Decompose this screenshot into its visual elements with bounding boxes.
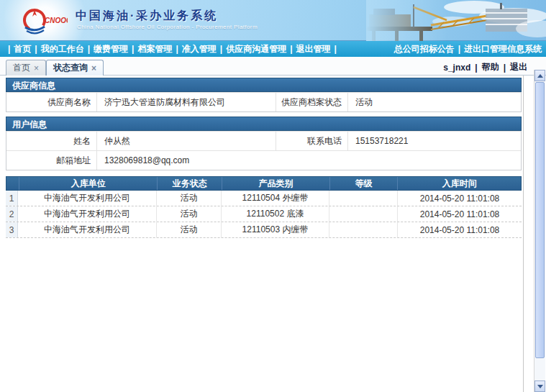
- nav-separator: |: [290, 44, 292, 54]
- user-phone-label: 联系电话: [276, 132, 348, 150]
- cell-grade: [329, 206, 398, 222]
- tab-home[interactable]: 首页 ×: [6, 60, 46, 76]
- logout-link[interactable]: 退出: [510, 61, 527, 73]
- cell-business-status: 活动: [157, 222, 222, 237]
- supplier-name-value: 济宁迅大管道防腐材料有限公司: [97, 93, 276, 111]
- nav-separator: |: [458, 44, 460, 54]
- cell-product-category: 12110502 底漆: [222, 206, 329, 222]
- col-rownum: [6, 177, 19, 190]
- nav-item-archives[interactable]: 档案管理: [137, 43, 172, 55]
- records-grid: 入库单位 业务状态 产品类别 等级 入库时间 1 中海油气开发利用公司 活动 1…: [6, 176, 522, 238]
- scrollbar-thumb[interactable]: [535, 82, 545, 358]
- nav-link-tender-notice[interactable]: 总公司招标公告: [394, 43, 455, 55]
- cell-grade: [329, 191, 398, 206]
- nav-separator: |: [88, 44, 90, 54]
- row-number: 2: [6, 206, 18, 222]
- user-separator: |: [475, 63, 477, 73]
- app-title: 中国海油·采办业务系统: [76, 9, 218, 24]
- cell-storage-unit: 中海油气开发利用公司: [18, 222, 157, 237]
- main-navbar: | 首页 | 我的工作台 | 缴费管理 | 档案管理 | 准入管理 | 供应商沟…: [0, 41, 546, 57]
- scroll-down-button[interactable]: [534, 380, 545, 392]
- tab-status-query[interactable]: 状态查询 ×: [46, 60, 104, 76]
- app-subtitle: China National Offshore Oil Corporation …: [77, 24, 258, 30]
- nav-item-workbench[interactable]: 我的工作台: [41, 43, 84, 55]
- user-email-value: 1328069818@qq.com: [97, 151, 521, 170]
- nav-separator: |: [220, 44, 222, 54]
- cell-storage-time: 2014-05-20 11:01:08: [398, 206, 522, 222]
- scroll-down-icon: [537, 385, 543, 388]
- user-phone-value: 15153718221: [348, 132, 521, 150]
- nav-separator: |: [35, 44, 37, 54]
- cell-storage-time: 2014-05-20 11:01:08: [398, 191, 522, 206]
- app-window: CNOOC 中国海油·采办业务系统 China National Offshor…: [0, 0, 546, 392]
- user-info-row-1: 姓名 仲从然 联系电话 15153718221: [6, 131, 521, 150]
- nav-separator: |: [176, 44, 178, 54]
- nav-item-admission[interactable]: 准入管理: [182, 43, 217, 55]
- nav-item-supplier-comm[interactable]: 供应商沟通管理: [226, 43, 286, 55]
- content-pane: 供应商信息 供应商名称 济宁迅大管道防腐材料有限公司 供应商档案状态 活动 用户…: [0, 76, 524, 392]
- record-row-3[interactable]: 3 中海油气开发利用公司 活动 12110503 内缠带 2014-05-20 …: [6, 222, 522, 238]
- supplier-status-value: 活动: [348, 93, 521, 111]
- nav-right-group: 总公司招标公告 | 进出口管理信息系统: [394, 43, 542, 55]
- user-info-header: 用户信息: [6, 117, 522, 131]
- username-label: s_jnxd: [443, 63, 470, 73]
- tab-strip: 首页 × 状态查询 × s_jnxd | 帮助 | 退出: [0, 57, 546, 76]
- cell-storage-unit: 中海油气开发利用公司: [18, 206, 157, 222]
- supplier-info-header: 供应商信息: [6, 78, 522, 92]
- row-number: 1: [6, 191, 18, 206]
- col-storage-unit[interactable]: 入库单位: [19, 177, 157, 190]
- col-product-category[interactable]: 产品类别: [222, 177, 329, 190]
- row-number: 3: [6, 222, 18, 237]
- supplier-info-row: 供应商名称 济宁迅大管道防腐材料有限公司 供应商档案状态 活动: [6, 92, 521, 111]
- col-storage-time[interactable]: 入库时间: [397, 177, 521, 190]
- record-row-1[interactable]: 1 中海油气开发利用公司 活动 12110504 外缠带 2014-05-20 …: [6, 191, 522, 206]
- user-area: s_jnxd | 帮助 | 退出: [443, 61, 527, 73]
- record-row-2[interactable]: 2 中海油气开发利用公司 活动 12110502 底漆 2014-05-20 1…: [6, 206, 522, 222]
- logo-brand-text: CNOOC: [45, 17, 68, 24]
- nav-separator: |: [8, 44, 10, 54]
- nav-item-exit[interactable]: 退出管理: [296, 43, 331, 55]
- cnooc-logo-icon: CNOOC: [20, 4, 68, 37]
- cell-storage-unit: 中海油气开发利用公司: [18, 191, 157, 206]
- user-email-label: 邮箱地址: [6, 151, 97, 170]
- col-business-status[interactable]: 业务状态: [157, 177, 222, 190]
- header-banner: CNOOC 中国海油·采办业务系统 China National Offshor…: [0, 0, 546, 41]
- banner-fade: [366, 0, 546, 41]
- nav-link-import-export[interactable]: 进出口管理信息系统: [464, 43, 542, 55]
- nav-left-group: | 首页 | 我的工作台 | 缴费管理 | 档案管理 | 准入管理 | 供应商沟…: [4, 43, 340, 55]
- supplier-info-table: 供应商名称 济宁迅大管道防腐材料有限公司 供应商档案状态 活动: [6, 92, 522, 112]
- nav-separator: |: [132, 44, 134, 54]
- scroll-up-icon: [537, 74, 543, 78]
- tab-close-icon[interactable]: ×: [34, 64, 39, 73]
- nav-item-payment[interactable]: 缴费管理: [94, 43, 128, 55]
- supplier-status-label: 供应商档案状态: [276, 93, 348, 111]
- help-link[interactable]: 帮助: [482, 61, 499, 73]
- col-grade[interactable]: 等级: [329, 177, 398, 190]
- cell-storage-time: 2014-05-20 11:01:08: [398, 222, 522, 237]
- tab-status-query-label: 状态查询: [53, 62, 88, 74]
- vertical-scrollbar[interactable]: [534, 70, 545, 392]
- tab-home-label: 首页: [13, 62, 30, 74]
- supplier-name-label: 供应商名称: [6, 93, 97, 111]
- cell-product-category: 12110504 外缠带: [222, 191, 329, 206]
- user-info-row-2: 邮箱地址 1328069818@qq.com: [6, 150, 521, 170]
- nav-item-home[interactable]: 首页: [14, 43, 31, 55]
- cell-business-status: 活动: [157, 191, 222, 206]
- user-name-value: 仲从然: [97, 132, 276, 150]
- user-separator: |: [504, 63, 506, 73]
- nav-separator: |: [335, 44, 337, 54]
- user-name-label: 姓名: [6, 132, 97, 150]
- scroll-up-button[interactable]: [534, 70, 545, 81]
- records-grid-header: 入库单位 业务状态 产品类别 等级 入库时间: [6, 176, 522, 191]
- cell-product-category: 12110503 内缠带: [222, 222, 329, 237]
- user-info-table: 姓名 仲从然 联系电话 15153718221 邮箱地址 1328069818@…: [6, 131, 522, 170]
- cell-business-status: 活动: [157, 206, 222, 222]
- tab-close-icon[interactable]: ×: [91, 64, 96, 73]
- cell-grade: [329, 222, 398, 237]
